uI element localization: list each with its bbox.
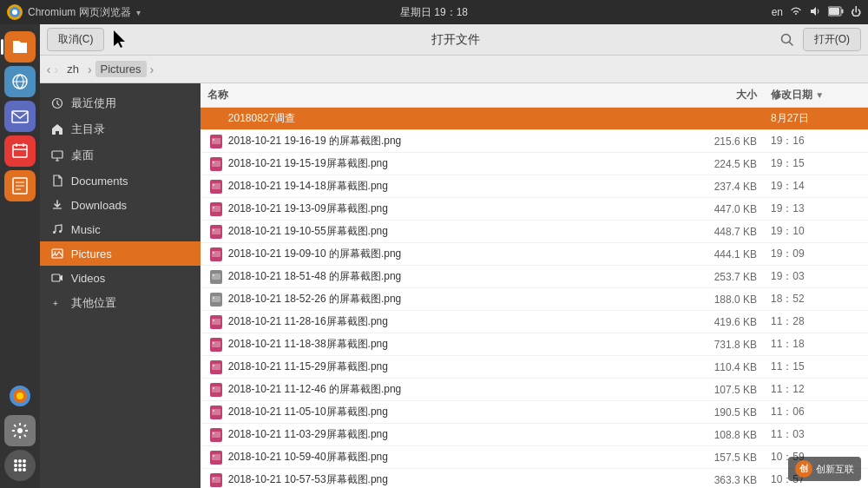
file-date: 19：09 xyxy=(764,247,868,261)
file-icon xyxy=(207,178,225,195)
file-name: 2018-10-21 10-57-53屏幕截图.png xyxy=(228,472,686,487)
cursor-indicator xyxy=(111,30,132,50)
app-name[interactable]: Chromium 网页浏览器 xyxy=(28,5,131,20)
dock-icon-calendar[interactable] xyxy=(4,135,36,167)
file-name: 2018-10-21 10-59-40屏幕截图.png xyxy=(228,450,686,465)
sidebar-label-desktop: 桌面 xyxy=(71,148,94,163)
open-button[interactable]: 打开(O) xyxy=(803,28,861,51)
svg-rect-7 xyxy=(12,111,28,122)
sidebar-item-downloads[interactable]: Downloads xyxy=(40,193,201,217)
file-list[interactable]: 名称 大小 修改日期 ▼ 20180827调查8月27日2018-10-21 1… xyxy=(201,83,868,488)
svg-point-63 xyxy=(213,342,214,344)
file-date: 11：06 xyxy=(764,405,868,419)
file-date: 11：12 xyxy=(764,382,868,397)
file-name: 2018-10-21 19-13-09屏幕截图.png xyxy=(228,201,686,216)
sidebar-label-other: 其他位置 xyxy=(71,295,116,311)
table-row[interactable]: 20180827调查8月27日 xyxy=(201,108,868,130)
table-row[interactable]: 2018-10-21 10-59-40屏幕截图.png157.5 KB10：59 xyxy=(201,446,868,469)
table-row[interactable]: 2018-10-21 19-15-19屏幕截图.png224.5 KB19：15 xyxy=(201,153,868,175)
locale-indicator[interactable]: en xyxy=(772,6,783,18)
sidebar-item-recent[interactable]: 最近使用 xyxy=(40,90,201,116)
sidebar-label-downloads: Downloads xyxy=(71,199,127,212)
file-name: 2018-10-21 11-15-29屏幕截图.png xyxy=(228,359,686,374)
sidebar-label-home: 主目录 xyxy=(71,122,105,137)
svg-rect-8 xyxy=(13,145,27,157)
dock-icon-firefox[interactable] xyxy=(4,380,36,412)
table-row[interactable]: 2018-10-21 11-15-29屏幕截图.png110.4 KB11：15 xyxy=(201,356,868,379)
sidebar-item-music[interactable]: Music xyxy=(40,217,201,241)
wifi-icon[interactable] xyxy=(790,5,802,20)
file-name: 2018-10-21 18-51-48 的屏幕截图.png xyxy=(228,269,686,284)
column-date[interactable]: 修改日期 ▼ xyxy=(764,88,868,102)
file-date: 19：10 xyxy=(764,224,868,239)
svg-point-18 xyxy=(18,464,22,467)
column-name[interactable]: 名称 xyxy=(201,88,686,102)
table-row[interactable]: 2018-10-21 11-03-29屏幕截图.png108.8 KB11：03 xyxy=(201,424,868,446)
forward-button[interactable]: › xyxy=(54,63,58,76)
file-size: 731.8 KB xyxy=(686,339,764,351)
file-name: 2018-10-21 19-10-55屏幕截图.png xyxy=(228,224,686,239)
back-button[interactable]: ‹ xyxy=(47,63,51,76)
sidebar-item-home[interactable]: 主目录 xyxy=(40,116,201,142)
dock-icon-email[interactable] xyxy=(4,101,36,132)
file-size: 190.5 KB xyxy=(686,406,764,419)
file-size: 253.7 KB xyxy=(686,271,764,283)
table-row[interactable]: 2018-10-21 18-52-26 的屏幕截图.png188.0 KB18：… xyxy=(201,288,868,311)
sidebar-item-pictures[interactable]: Pictures xyxy=(40,241,201,266)
file-icon xyxy=(207,155,225,173)
application-dock xyxy=(0,24,40,488)
sidebar-item-other[interactable]: +其他位置 xyxy=(40,290,201,316)
documents-icon xyxy=(50,174,64,188)
table-row[interactable]: 2018-10-21 19-14-18屏幕截图.png237.4 KB19：14 xyxy=(201,175,868,198)
table-row[interactable]: 2018-10-21 19-16-19 的屏幕截图.png215.6 KB19：… xyxy=(201,130,868,153)
file-date: 11：03 xyxy=(764,427,868,442)
table-row[interactable]: 2018-10-21 11-05-10屏幕截图.png190.5 KB11：06 xyxy=(201,401,868,424)
file-size: 444.1 KB xyxy=(686,248,764,260)
dock-icon-show-apps[interactable] xyxy=(4,450,36,481)
file-date: 19：15 xyxy=(764,156,868,171)
file-list-header: 名称 大小 修改日期 ▼ xyxy=(201,83,868,108)
svg-marker-23 xyxy=(114,30,125,48)
table-row[interactable]: 2018-10-21 19-09-10 的屏幕截图.png444.1 KB19：… xyxy=(201,243,868,266)
file-name: 2018-10-21 19-16-19 的屏幕截图.png xyxy=(228,134,686,148)
dock-icon-settings[interactable] xyxy=(4,415,36,446)
dock-icon-text[interactable] xyxy=(4,170,36,201)
dock-icon-files[interactable] xyxy=(4,31,36,63)
search-icon[interactable] xyxy=(779,31,796,49)
breadcrumb-current[interactable]: Pictures xyxy=(95,61,147,77)
table-row[interactable]: 2018-10-21 11-12-46 的屏幕截图.png107.5 KB11：… xyxy=(201,379,868,401)
svg-rect-35 xyxy=(212,138,220,144)
watermark: 创 创新互联 xyxy=(788,457,861,481)
dock-icon-browser[interactable] xyxy=(4,66,36,97)
table-row[interactable]: 2018-10-21 19-10-55屏幕截图.png448.7 KB19：10 xyxy=(201,221,868,243)
table-row[interactable]: 2018-10-21 11-28-16屏幕截图.png419.6 KB11：28 xyxy=(201,311,868,333)
sidebar-item-documents[interactable]: Documents xyxy=(40,168,201,193)
file-date: 19：16 xyxy=(764,134,868,148)
system-bar: Chromium 网页浏览器 ▾ 星期日 19：18 en ⏻ xyxy=(0,0,868,24)
file-icon xyxy=(207,426,225,444)
sidebar-label-music: Music xyxy=(71,223,101,236)
file-icon xyxy=(207,336,225,353)
pictures-icon xyxy=(50,247,64,260)
table-row[interactable]: 2018-10-21 11-18-38屏幕截图.png731.8 KB11：18 xyxy=(201,333,868,356)
sidebar-item-desktop[interactable]: 桌面 xyxy=(40,142,201,168)
volume-icon[interactable] xyxy=(809,5,821,20)
file-date: 18：52 xyxy=(764,292,868,307)
svg-point-17 xyxy=(14,464,17,467)
sidebar-item-videos[interactable]: Videos xyxy=(40,266,201,290)
column-size[interactable]: 大小 xyxy=(686,88,764,102)
breadcrumb-root[interactable]: zh xyxy=(62,61,84,77)
power-icon[interactable]: ⏻ xyxy=(851,6,861,18)
file-name: 2018-10-21 19-15-19屏幕截图.png xyxy=(228,156,686,171)
table-row[interactable]: 2018-10-21 10-57-53屏幕截图.png363.3 KB10：57 xyxy=(201,469,868,488)
battery-icon xyxy=(828,6,844,19)
svg-marker-2 xyxy=(811,7,816,16)
table-row[interactable]: 2018-10-21 18-51-48 的屏幕截图.png253.7 KB19：… xyxy=(201,266,868,288)
svg-point-13 xyxy=(17,428,23,433)
svg-rect-56 xyxy=(212,296,220,302)
svg-rect-68 xyxy=(212,386,220,392)
svg-point-39 xyxy=(213,162,214,163)
table-row[interactable]: 2018-10-21 19-13-09屏幕截图.png447.0 KB19：13 xyxy=(201,198,868,221)
svg-rect-71 xyxy=(212,409,220,415)
cancel-button[interactable]: 取消(C) xyxy=(47,28,105,51)
